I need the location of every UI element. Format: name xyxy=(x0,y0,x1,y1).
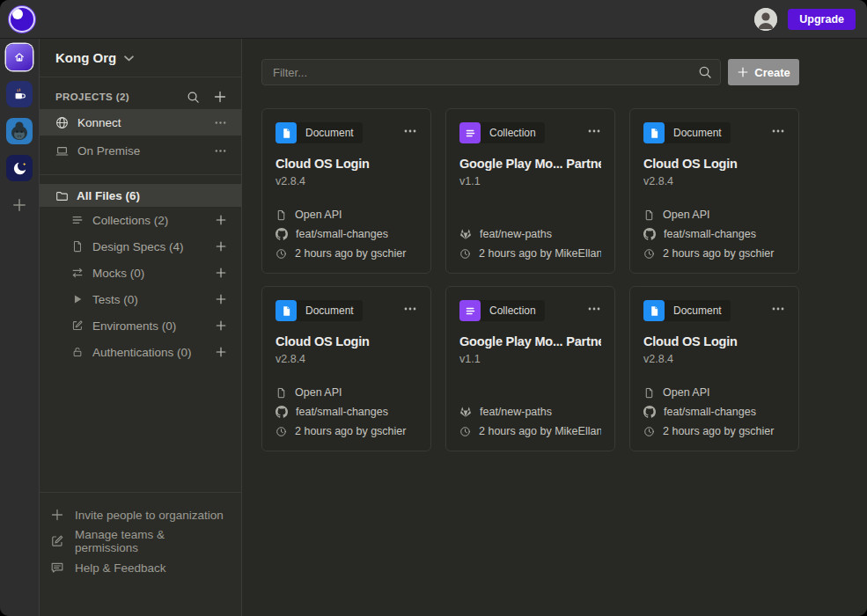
add-collection-button[interactable] xyxy=(215,214,227,226)
github-icon xyxy=(276,228,288,240)
house-glyph xyxy=(11,48,28,66)
plus-icon xyxy=(215,319,227,332)
add-design-spec-button[interactable] xyxy=(215,240,227,253)
file-type-label: Document xyxy=(297,127,363,139)
card-header: Document xyxy=(643,122,785,143)
topbar-right: Upgrade xyxy=(754,8,856,31)
file-type-label: Collection xyxy=(481,304,545,317)
add-test-button[interactable] xyxy=(215,293,227,305)
card-meta: Open API feat/small-changes 2 hours ago … xyxy=(643,209,785,260)
globe-icon xyxy=(55,116,69,129)
card-more-button[interactable] xyxy=(403,122,417,140)
topbar: Upgrade xyxy=(0,0,867,39)
filter-input[interactable] xyxy=(261,59,721,85)
moon-app-icon[interactable] xyxy=(6,155,33,181)
more-options-icon xyxy=(403,124,417,138)
file-card[interactable]: Collection Google Play Mo... Partner v1.… xyxy=(445,108,615,274)
file-type-label: Collection xyxy=(481,127,545,139)
manage-teams-button[interactable]: Manage teams & permissions xyxy=(40,528,241,554)
sidebar-item-authentications[interactable]: Authentications (0) xyxy=(40,339,241,365)
sidebar-item-tests[interactable]: Tests (0) xyxy=(40,286,241,312)
sidebar-item-design-specs[interactable]: Design Specs (4) xyxy=(40,233,241,260)
document-icon xyxy=(276,209,287,221)
create-button[interactable]: Create xyxy=(728,59,799,85)
main-content: Create Document xyxy=(242,39,867,616)
file-type-icon xyxy=(643,122,665,143)
gitlab-icon xyxy=(459,228,472,240)
filter-field-wrap xyxy=(261,59,721,85)
home-icon[interactable] xyxy=(6,44,33,70)
card-title: Cloud OS Login xyxy=(643,157,785,171)
sidebar-item-mocks[interactable]: Mocks (0) xyxy=(40,260,241,286)
list-icon xyxy=(71,214,84,226)
sidebar: Kong Org PROJECTS (2) Konnect xyxy=(40,39,242,616)
main-toolbar: Create xyxy=(261,59,799,85)
file-card[interactable]: Document Cloud OS Login v2.8.4 Open API xyxy=(629,286,799,451)
plus-icon xyxy=(215,293,227,305)
insomnia-logo-icon[interactable] xyxy=(9,6,35,33)
card-format: Open API xyxy=(295,209,342,221)
search-icon xyxy=(187,91,200,104)
card-version: v2.8.4 xyxy=(643,175,785,187)
plus-glyph xyxy=(11,197,27,213)
sidebar-item-on-premise[interactable]: On Premise xyxy=(40,137,241,164)
search-projects-button[interactable] xyxy=(187,91,200,104)
coffee-app-icon[interactable] xyxy=(6,81,33,107)
gorilla-avatar-icon[interactable] xyxy=(6,118,33,144)
card-more-button[interactable] xyxy=(403,300,417,318)
projects-title: PROJECTS (2) xyxy=(55,92,173,102)
upgrade-button[interactable]: Upgrade xyxy=(788,9,856,30)
card-branch-row: feat/new-paths xyxy=(459,228,601,240)
card-more-button[interactable] xyxy=(587,300,601,318)
org-switcher[interactable]: Kong Org xyxy=(40,39,241,77)
card-more-button[interactable] xyxy=(771,122,785,140)
sidebar-item-environments[interactable]: Enviroments (0) xyxy=(40,312,241,339)
card-meta: Open API feat/small-changes 2 hours ago … xyxy=(276,386,417,437)
card-version: v2.8.4 xyxy=(276,353,417,365)
file-card[interactable]: Document Cloud OS Login v2.8.4 Open API xyxy=(261,286,431,451)
clock-icon xyxy=(643,426,655,437)
sidebar-item-all-files[interactable]: All Files (6) xyxy=(40,184,241,207)
add-mock-button[interactable] xyxy=(215,267,227,279)
card-header: Collection xyxy=(459,300,601,321)
user-avatar[interactable] xyxy=(754,8,777,31)
file-type-badge: Document xyxy=(643,300,731,321)
plus-icon xyxy=(213,90,227,104)
card-updated-row: 2 hours ago by MikeEllan... xyxy=(459,247,601,260)
project-more-button[interactable] xyxy=(214,116,227,129)
help-feedback-button[interactable]: Help & Feedback xyxy=(40,554,241,581)
gorilla-glyph xyxy=(6,118,33,144)
card-meta: feat/new-paths 2 hours ago by MikeEllan.… xyxy=(459,228,601,260)
invite-people-button[interactable]: Invite people to organization xyxy=(40,502,241,528)
card-updated-row: 2 hours ago by MikeEllan... xyxy=(459,425,601,437)
file-card[interactable]: Document Cloud OS Login v2.8.4 Open API xyxy=(261,108,431,274)
github-icon xyxy=(643,228,656,240)
github-icon xyxy=(643,406,656,418)
card-title: Google Play Mo... Partner xyxy=(459,334,601,348)
card-updated: 2 hours ago by gschier xyxy=(295,425,406,437)
swap-arrows-icon xyxy=(71,267,84,279)
card-meta: Open API feat/small-changes 2 hours ago … xyxy=(276,209,417,260)
card-meta: feat/new-paths 2 hours ago by MikeEllan.… xyxy=(459,406,601,437)
edit-icon xyxy=(50,534,64,548)
card-branch-row: feat/small-changes xyxy=(276,228,417,240)
add-organization-icon[interactable] xyxy=(6,192,33,218)
sidebar-item-konnect[interactable]: Konnect xyxy=(40,109,241,136)
app-window: Upgrade xyxy=(0,0,867,616)
clock-icon xyxy=(643,248,655,260)
add-environment-button[interactable] xyxy=(215,319,227,332)
add-project-button[interactable] xyxy=(213,90,227,104)
file-card[interactable]: Collection Google Play Mo... Partner v1.… xyxy=(445,286,615,451)
document-icon xyxy=(71,240,84,253)
card-more-button[interactable] xyxy=(771,300,785,318)
card-header: Document xyxy=(643,300,785,321)
card-meta: Open API feat/small-changes 2 hours ago … xyxy=(643,386,785,437)
project-more-button[interactable] xyxy=(214,144,227,158)
add-authentication-button[interactable] xyxy=(215,346,227,358)
more-options-icon xyxy=(403,302,417,316)
file-card[interactable]: Document Cloud OS Login v2.8.4 Open API xyxy=(629,108,799,274)
card-more-button[interactable] xyxy=(587,122,601,140)
file-type-badge: Document xyxy=(276,300,363,321)
create-button-label: Create xyxy=(754,66,790,79)
sidebar-item-collections[interactable]: Collections (2) xyxy=(40,207,241,233)
